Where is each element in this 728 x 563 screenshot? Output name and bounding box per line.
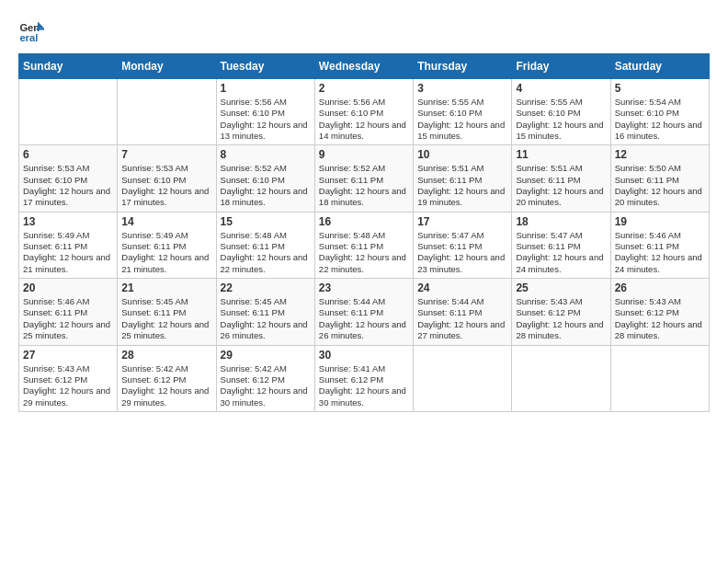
day-info: Sunrise: 5:45 AM Sunset: 6:11 PM Dayligh… [121, 296, 211, 341]
calendar-day-cell [19, 79, 118, 145]
day-number: 8 [221, 148, 311, 161]
day-info: Sunrise: 5:50 AM Sunset: 6:11 PM Dayligh… [615, 163, 705, 208]
day-number: 25 [516, 282, 606, 294]
day-of-week-header: Sunday [19, 54, 118, 79]
day-number: 6 [23, 148, 113, 161]
day-info: Sunrise: 5:43 AM Sunset: 6:12 PM Dayligh… [516, 296, 606, 341]
calendar-day-cell: 7Sunrise: 5:53 AM Sunset: 6:10 PM Daylig… [118, 145, 216, 212]
calendar-day-cell: 3Sunrise: 5:55 AM Sunset: 6:10 PM Daylig… [414, 79, 512, 145]
day-number: 1 [221, 82, 311, 95]
day-info: Sunrise: 5:52 AM Sunset: 6:11 PM Dayligh… [319, 163, 409, 208]
calendar-day-cell: 12Sunrise: 5:50 AM Sunset: 6:11 PM Dayli… [610, 145, 709, 212]
calendar-day-cell: 13Sunrise: 5:49 AM Sunset: 6:11 PM Dayli… [19, 212, 118, 278]
day-of-week-header: Saturday [610, 54, 709, 79]
day-info: Sunrise: 5:45 AM Sunset: 6:11 PM Dayligh… [221, 296, 311, 341]
svg-rect-3 [37, 29, 44, 30]
day-info: Sunrise: 5:42 AM Sunset: 6:12 PM Dayligh… [221, 363, 311, 408]
day-number: 15 [221, 215, 311, 228]
day-info: Sunrise: 5:51 AM Sunset: 6:11 PM Dayligh… [516, 163, 606, 208]
day-info: Sunrise: 5:48 AM Sunset: 6:11 PM Dayligh… [319, 230, 409, 275]
svg-text:eral: eral [19, 32, 38, 43]
calendar-day-cell: 22Sunrise: 5:45 AM Sunset: 6:11 PM Dayli… [216, 279, 314, 345]
day-info: Sunrise: 5:43 AM Sunset: 6:12 PM Dayligh… [615, 296, 705, 341]
calendar-table: SundayMondayTuesdayWednesdayThursdayFrid… [18, 53, 710, 412]
calendar-day-cell [414, 345, 512, 411]
day-info: Sunrise: 5:55 AM Sunset: 6:10 PM Dayligh… [417, 97, 507, 142]
day-number: 9 [319, 148, 409, 161]
day-info: Sunrise: 5:56 AM Sunset: 6:10 PM Dayligh… [319, 97, 409, 142]
day-number: 30 [319, 349, 409, 362]
day-info: Sunrise: 5:44 AM Sunset: 6:11 PM Dayligh… [319, 296, 409, 341]
day-number: 24 [417, 282, 507, 294]
day-info: Sunrise: 5:49 AM Sunset: 6:11 PM Dayligh… [23, 230, 113, 275]
svg-marker-2 [38, 22, 44, 29]
page-header: Gen eral [18, 18, 710, 44]
day-number: 14 [121, 215, 211, 228]
calendar-day-cell: 10Sunrise: 5:51 AM Sunset: 6:11 PM Dayli… [414, 145, 512, 212]
day-of-week-header: Thursday [414, 54, 512, 79]
day-info: Sunrise: 5:49 AM Sunset: 6:11 PM Dayligh… [121, 230, 211, 275]
day-number: 2 [319, 82, 409, 95]
day-number: 12 [615, 148, 705, 161]
calendar-week-row: 13Sunrise: 5:49 AM Sunset: 6:11 PM Dayli… [19, 212, 710, 278]
calendar-week-row: 27Sunrise: 5:43 AM Sunset: 6:12 PM Dayli… [19, 345, 710, 411]
logo: Gen eral [18, 18, 48, 44]
day-number: 4 [516, 82, 606, 95]
calendar-day-cell: 21Sunrise: 5:45 AM Sunset: 6:11 PM Dayli… [118, 279, 216, 345]
day-info: Sunrise: 5:53 AM Sunset: 6:10 PM Dayligh… [23, 163, 113, 208]
calendar-day-cell: 18Sunrise: 5:47 AM Sunset: 6:11 PM Dayli… [512, 212, 610, 278]
day-number: 28 [121, 349, 211, 362]
calendar-day-cell: 9Sunrise: 5:52 AM Sunset: 6:11 PM Daylig… [314, 145, 413, 212]
calendar-day-cell: 19Sunrise: 5:46 AM Sunset: 6:11 PM Dayli… [610, 212, 709, 278]
calendar-day-cell: 23Sunrise: 5:44 AM Sunset: 6:11 PM Dayli… [314, 279, 413, 345]
calendar-day-cell: 30Sunrise: 5:41 AM Sunset: 6:12 PM Dayli… [314, 345, 413, 411]
day-info: Sunrise: 5:46 AM Sunset: 6:11 PM Dayligh… [23, 296, 113, 341]
day-number: 3 [417, 82, 507, 95]
day-number: 17 [417, 215, 507, 228]
day-number: 16 [319, 215, 409, 228]
calendar-day-cell: 1Sunrise: 5:56 AM Sunset: 6:10 PM Daylig… [216, 79, 314, 145]
calendar-day-cell: 8Sunrise: 5:52 AM Sunset: 6:10 PM Daylig… [216, 145, 314, 212]
calendar-day-cell: 28Sunrise: 5:42 AM Sunset: 6:12 PM Dayli… [118, 345, 216, 411]
day-number: 20 [23, 282, 113, 294]
calendar-day-cell: 14Sunrise: 5:49 AM Sunset: 6:11 PM Dayli… [118, 212, 216, 278]
day-number: 10 [417, 148, 507, 161]
calendar-day-cell: 29Sunrise: 5:42 AM Sunset: 6:12 PM Dayli… [216, 345, 314, 411]
calendar-day-cell: 6Sunrise: 5:53 AM Sunset: 6:10 PM Daylig… [19, 145, 118, 212]
calendar-day-cell: 25Sunrise: 5:43 AM Sunset: 6:12 PM Dayli… [512, 279, 610, 345]
day-of-week-header: Wednesday [314, 54, 413, 79]
calendar-day-cell: 11Sunrise: 5:51 AM Sunset: 6:11 PM Dayli… [512, 145, 610, 212]
calendar-header-row: SundayMondayTuesdayWednesdayThursdayFrid… [19, 54, 710, 79]
day-info: Sunrise: 5:54 AM Sunset: 6:10 PM Dayligh… [615, 97, 705, 142]
day-number: 26 [615, 282, 705, 294]
day-info: Sunrise: 5:51 AM Sunset: 6:11 PM Dayligh… [417, 163, 507, 208]
calendar-day-cell: 4Sunrise: 5:55 AM Sunset: 6:10 PM Daylig… [512, 79, 610, 145]
calendar-day-cell: 2Sunrise: 5:56 AM Sunset: 6:10 PM Daylig… [314, 79, 413, 145]
day-number: 11 [516, 148, 606, 161]
calendar-week-row: 1Sunrise: 5:56 AM Sunset: 6:10 PM Daylig… [19, 79, 710, 145]
day-info: Sunrise: 5:55 AM Sunset: 6:10 PM Dayligh… [516, 97, 606, 142]
calendar-day-cell: 24Sunrise: 5:44 AM Sunset: 6:11 PM Dayli… [414, 279, 512, 345]
day-info: Sunrise: 5:47 AM Sunset: 6:11 PM Dayligh… [417, 230, 507, 275]
calendar-day-cell: 26Sunrise: 5:43 AM Sunset: 6:12 PM Dayli… [610, 279, 709, 345]
day-number: 27 [23, 349, 113, 362]
day-of-week-header: Friday [512, 54, 610, 79]
day-info: Sunrise: 5:46 AM Sunset: 6:11 PM Dayligh… [615, 230, 705, 275]
day-of-week-header: Tuesday [216, 54, 314, 79]
day-info: Sunrise: 5:43 AM Sunset: 6:12 PM Dayligh… [23, 363, 113, 408]
calendar-day-cell [118, 79, 216, 145]
day-info: Sunrise: 5:42 AM Sunset: 6:12 PM Dayligh… [121, 363, 211, 408]
logo-icon: Gen eral [18, 18, 44, 44]
day-info: Sunrise: 5:41 AM Sunset: 6:12 PM Dayligh… [319, 363, 409, 408]
day-number: 5 [615, 82, 705, 95]
day-info: Sunrise: 5:47 AM Sunset: 6:11 PM Dayligh… [516, 230, 606, 275]
calendar-day-cell: 16Sunrise: 5:48 AM Sunset: 6:11 PM Dayli… [314, 212, 413, 278]
day-number: 22 [221, 282, 311, 294]
day-info: Sunrise: 5:52 AM Sunset: 6:10 PM Dayligh… [221, 163, 311, 208]
day-info: Sunrise: 5:44 AM Sunset: 6:11 PM Dayligh… [417, 296, 507, 341]
calendar-day-cell: 27Sunrise: 5:43 AM Sunset: 6:12 PM Dayli… [19, 345, 118, 411]
calendar-day-cell [610, 345, 709, 411]
calendar-day-cell: 17Sunrise: 5:47 AM Sunset: 6:11 PM Dayli… [414, 212, 512, 278]
day-number: 19 [615, 215, 705, 228]
day-number: 29 [221, 349, 311, 362]
